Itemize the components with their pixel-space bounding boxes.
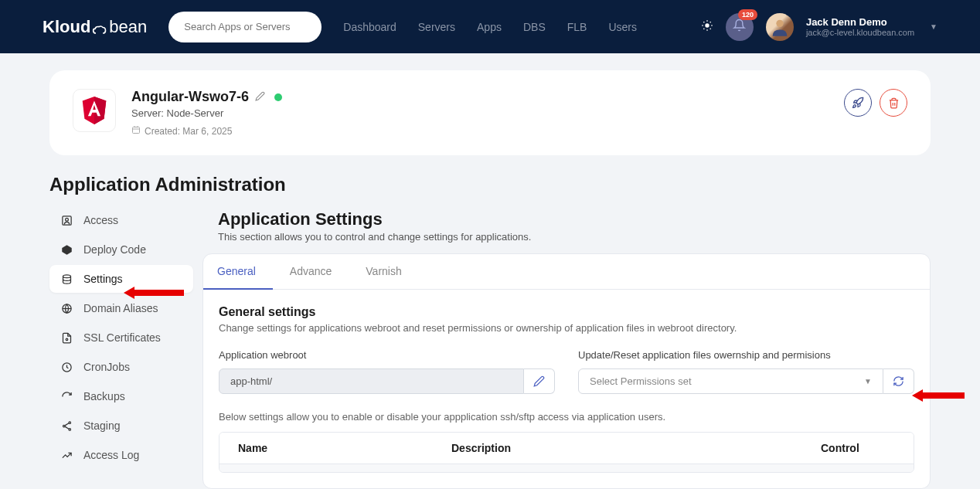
logo[interactable]: Kloud bean [43,17,147,37]
col-control: Control [821,442,914,454]
sidebar-item-staging[interactable]: Staging [49,412,193,440]
status-indicator [274,93,282,101]
permissions-label: Update/Reset application files owernship… [578,349,914,361]
nav-dbs[interactable]: DBS [523,21,546,33]
svg-point-15 [65,218,68,221]
sidebar-item-label: Access [83,214,118,226]
form-row: Application webroot Update/Reset applica… [219,349,914,394]
settings-icon [60,273,73,285]
nav-servers[interactable]: Servers [418,21,455,33]
access-table: Name Description Control [219,432,914,473]
globe-icon [60,303,73,314]
user-name: Jack Denn Demo [806,16,914,28]
nav-apps[interactable]: Apps [477,21,502,33]
nav-flb[interactable]: FLB [567,21,587,33]
launch-button[interactable] [844,89,872,117]
logo-text-kloud: Kloud [43,17,90,37]
svg-point-22 [63,425,65,427]
svg-line-8 [710,22,711,22]
webroot-group: Application webroot [219,349,555,394]
delete-button[interactable] [880,89,907,117]
webroot-edit-button[interactable] [524,368,555,394]
refresh-icon [893,375,904,387]
tabs: General Advance Varnish [203,254,930,290]
sidebar-item-label: Domain Aliases [83,302,158,314]
settings-panel: General Advance Varnish General settings… [202,253,931,489]
app-logo [73,89,116,132]
rocket-icon [852,97,864,109]
pencil-icon [533,375,545,387]
tab-advance[interactable]: Advance [273,254,349,289]
logo-text-bean: bean [109,17,147,37]
svg-point-0 [705,23,709,27]
theme-toggle-icon[interactable] [701,19,713,35]
content-header: Application Settings This section allows… [218,209,931,243]
permissions-select[interactable]: Select Permissions set ▼ [578,368,883,394]
sidebar-item-deploy[interactable]: Deploy Code [49,236,193,263]
sidebar-item-label: Deploy Code [83,243,146,256]
angular-icon [80,95,108,126]
app-header: Kloud bean Dashboard Servers Apps DBS FL… [0,0,980,53]
nav-dashboard[interactable]: Dashboard [343,21,396,33]
content-description: This section allows you to control and c… [218,231,931,243]
user-square-icon [60,215,73,226]
app-title-row: Angular-Wswo7-6 [131,89,282,105]
webroot-input-group [219,368,555,394]
svg-point-9 [776,19,783,26]
svg-line-24 [65,423,69,425]
panel-body: General settings Change settings for app… [203,290,930,488]
sidebar-item-access[interactable]: Access [49,206,193,234]
sidebar-item-cron[interactable]: CronJobs [49,353,193,381]
sidebar-item-label: CronJobs [83,361,130,373]
permissions-refresh-button[interactable] [883,368,914,394]
svg-point-23 [69,428,71,430]
lock-icon [60,332,73,344]
sidebar-item-settings[interactable]: Settings [49,265,193,293]
chevron-down-icon: ▼ [864,377,872,385]
main-layout: Access Deploy Code Settings Domain Alias… [49,206,931,489]
panel-note: Below settings allow you to enable or di… [219,411,914,423]
edit-icon[interactable] [255,91,265,104]
app-created-row: Created: Mar 6, 2025 [131,125,282,137]
chart-icon [60,450,73,461]
sidebar: Access Deploy Code Settings Domain Alias… [49,206,193,489]
user-info[interactable]: Jack Denn Demo jack@c-level.kloudbean.co… [806,16,914,37]
col-name: Name [219,442,451,454]
svg-rect-10 [133,127,140,134]
svg-line-5 [703,22,704,22]
notifications-button[interactable]: 120 [726,13,754,41]
table-body [219,464,914,472]
sidebar-item-domain[interactable]: Domain Aliases [49,294,193,322]
avatar[interactable] [766,13,794,41]
subsection-title: General settings [219,305,914,319]
tab-varnish[interactable]: Varnish [349,254,418,289]
subsection-desc: Change settings for applications webroot… [219,322,914,334]
header-right: 120 Jack Denn Demo jack@c-level.kloudbea… [701,13,937,41]
chevron-down-icon[interactable]: ▼ [930,22,937,31]
app-header-card: Angular-Wswo7-6 Server: Node-Server Crea… [49,70,931,155]
cloud-icon [92,21,107,33]
svg-line-6 [710,28,711,29]
app-created-label: Created: Mar 6, 2025 [145,126,232,137]
search-input[interactable] [184,21,306,32]
permissions-input-group: Select Permissions set ▼ [578,368,914,394]
sidebar-item-label: Settings [83,273,123,285]
content-title: Application Settings [218,209,931,229]
col-description: Description [451,442,821,454]
tab-general[interactable]: General [203,254,273,290]
svg-point-19 [66,338,68,341]
sidebar-item-backups[interactable]: Backups [49,382,193,410]
share-icon [60,420,73,432]
nav-users[interactable]: Users [608,21,637,33]
sidebar-item-ssl[interactable]: SSL Certificates [49,324,193,351]
app-title: Angular-Wswo7-6 [131,89,249,105]
webroot-input[interactable] [219,368,524,394]
sidebar-item-label: Access Log [83,449,139,461]
sidebar-item-label: Backups [83,390,125,402]
search-box[interactable] [168,12,322,42]
clock-icon [60,362,73,373]
app-actions [844,89,907,117]
refresh-icon [60,391,73,402]
sidebar-item-label: SSL Certificates [83,331,161,344]
sidebar-item-log[interactable]: Access Log [49,441,193,469]
